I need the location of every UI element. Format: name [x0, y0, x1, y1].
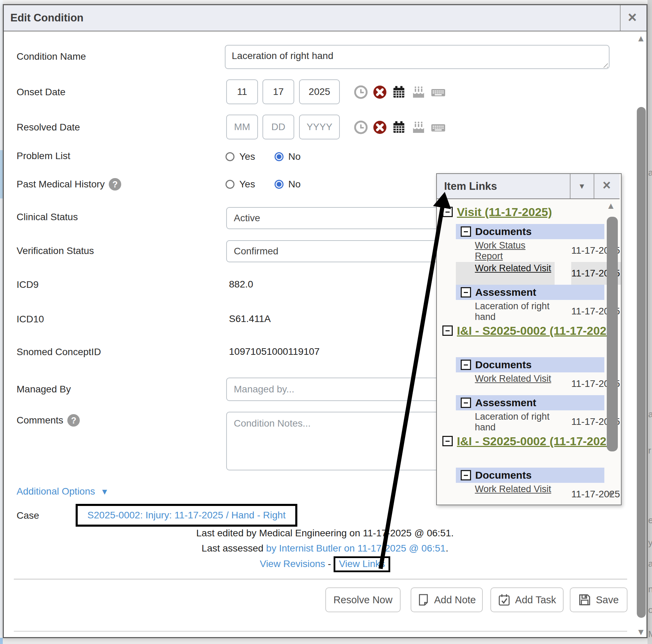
- chevron-down-icon: ▼: [100, 487, 109, 496]
- dialog-close-icon[interactable]: ×: [628, 10, 637, 25]
- add-task-button[interactable]: Add Task: [490, 587, 564, 612]
- past-medical-history-help-icon[interactable]: ?: [109, 178, 121, 191]
- pmh-yes-radio[interactable]: [226, 180, 234, 189]
- revision-links-line: View Revisions - View Links: [0, 556, 650, 572]
- panel-scrollbar-thumb[interactable]: [607, 217, 618, 451]
- calendar-icon[interactable]: [392, 120, 406, 135]
- last-edited-line: Last edited by Medical Engineering on 11…: [0, 528, 650, 539]
- tree-leaf-work-status-report: Work Status Report 11-17-2025: [437, 239, 621, 262]
- additional-options-label: Additional Options: [17, 486, 95, 497]
- onset-date-label: Onset Date: [17, 87, 66, 98]
- case-link[interactable]: S2025-0002: Injury: 11-17-2025 / Hand - …: [87, 510, 286, 521]
- icd10-label: ICD10: [17, 314, 44, 325]
- tree-group-visit: Visit (11-17-2025): [437, 204, 621, 224]
- ii-case-link[interactable]: I&I - S2025-0002 (11-17-2025): [457, 435, 617, 448]
- calendar-icon[interactable]: [392, 85, 406, 99]
- titlebar-separator: [620, 5, 621, 31]
- view-links-highlight-box: View Links: [334, 556, 390, 572]
- work-related-visit-link[interactable]: Work Related Visit: [475, 484, 551, 494]
- resolved-month-input[interactable]: [226, 115, 258, 139]
- past-medical-history-row-label: Past Medical History ?: [17, 178, 121, 191]
- work-related-visit-link[interactable]: Work Related Visit: [475, 263, 551, 273]
- resolved-year-input[interactable]: [299, 115, 340, 139]
- clock-icon[interactable]: [354, 120, 368, 135]
- collapse-icon[interactable]: [442, 207, 453, 217]
- last-edited-text: Last edited by Medical Engineering on 11…: [196, 528, 454, 538]
- collapse-icon[interactable]: [442, 325, 453, 336]
- work-related-visit-link[interactable]: Work Related Visit: [475, 373, 551, 384]
- snomed-label: Snomed ConceptID: [17, 347, 101, 358]
- background-text-fragment: r: [648, 445, 651, 456]
- pmh-no-radio[interactable]: [275, 180, 284, 189]
- snomed-value: 10971051000119107: [229, 346, 320, 357]
- collapse-icon[interactable]: [461, 287, 471, 297]
- keyboard-icon[interactable]: [430, 120, 446, 135]
- view-revisions-link[interactable]: View Revisions: [260, 558, 325, 569]
- last-assessed-link[interactable]: by Internist Butler on 11-17-2025 @ 06:5…: [266, 543, 446, 554]
- problem-list-yes-label: Yes: [239, 151, 255, 162]
- tree-section-documents: Documents: [456, 224, 604, 239]
- dialog-titlebar: [4, 5, 646, 31]
- resolved-day-input[interactable]: [262, 115, 294, 139]
- save-button[interactable]: Save: [570, 587, 627, 612]
- panel-close-icon[interactable]: ×: [603, 178, 611, 192]
- onset-month-input[interactable]: [226, 79, 258, 104]
- modal-scroll-down-icon[interactable]: ▼: [636, 627, 645, 636]
- onset-day-input[interactable]: [262, 79, 294, 104]
- background-bottom-strip: [3, 638, 648, 644]
- background-text-fragment: ak: [648, 409, 652, 420]
- ii-case-link[interactable]: I&I - S2025-0002 (11-17-2025): [457, 324, 617, 337]
- view-links-link[interactable]: View Links: [339, 558, 385, 569]
- footer-separator-top: [14, 579, 627, 579]
- tree-leaf-work-related-visit-selected: Work Related Visit 11-17-2025: [437, 262, 621, 285]
- problem-list-no-label: No: [288, 151, 301, 162]
- resolve-now-button[interactable]: Resolve Now: [325, 587, 401, 612]
- onset-year-input[interactable]: [299, 79, 340, 104]
- clear-date-icon[interactable]: [373, 120, 387, 135]
- birthday-icon[interactable]: [411, 85, 426, 99]
- collapse-icon[interactable]: [461, 226, 471, 237]
- problem-list-no-radio[interactable]: [275, 152, 284, 161]
- icd10-value: S61.411A: [229, 313, 271, 324]
- onset-date-icons: [354, 85, 446, 99]
- keyboard-icon[interactable]: [430, 85, 446, 99]
- save-icon: [578, 594, 591, 606]
- additional-options-link[interactable]: Additional Options ▼: [17, 486, 109, 497]
- collapse-icon[interactable]: [461, 398, 471, 408]
- panel-header-separator-1: [570, 174, 570, 198]
- icd9-label: ICD9: [17, 279, 39, 290]
- add-note-button[interactable]: Add Note: [411, 587, 483, 612]
- visit-link[interactable]: Visit (11-17-2025): [457, 205, 552, 218]
- screen: aakreayasnofM Edit Condition × Condition…: [0, 0, 652, 644]
- case-label: Case: [17, 510, 39, 521]
- last-assessed-suffix: .: [445, 543, 448, 554]
- modal-scroll-up-icon[interactable]: ▲: [636, 34, 645, 43]
- collapse-icon[interactable]: [442, 436, 453, 446]
- note-icon: [418, 594, 429, 606]
- panel-scroll-down-icon[interactable]: ▼: [606, 490, 615, 499]
- clock-icon[interactable]: [354, 85, 368, 99]
- tree-section-assessment: Assessment: [456, 285, 604, 300]
- pmh-radio-group: Yes No: [226, 179, 300, 190]
- problem-list-yes-radio[interactable]: [226, 152, 234, 161]
- modal-scrollbar-thumb[interactable]: [637, 107, 646, 618]
- work-status-report-link[interactable]: Work Status Report: [475, 240, 526, 261]
- collapse-icon[interactable]: [461, 360, 471, 370]
- add-note-label: Add Note: [434, 594, 476, 606]
- panel-scroll-up-icon[interactable]: ▲: [606, 201, 615, 210]
- managed-by-label: Managed By: [17, 384, 71, 395]
- collapse-icon[interactable]: [461, 470, 471, 480]
- condition-name-input[interactable]: Laceration of right hand: [225, 45, 610, 69]
- past-medical-history-label: Past Medical History: [17, 179, 105, 190]
- dialog-title: Edit Condition: [10, 12, 84, 24]
- panel-header-separator-2: [594, 174, 594, 198]
- tree-section-assessment: Assessment: [456, 395, 604, 410]
- birthday-icon[interactable]: [411, 120, 426, 135]
- comments-row-label: Comments ?: [17, 414, 80, 427]
- problem-list-label: Problem List: [17, 150, 70, 162]
- comments-help-icon[interactable]: ?: [67, 414, 80, 427]
- save-label: Save: [596, 594, 619, 606]
- clear-date-icon[interactable]: [373, 85, 387, 99]
- panel-collapse-icon[interactable]: ▼: [578, 182, 586, 191]
- background-text-fragment: a: [648, 167, 652, 178]
